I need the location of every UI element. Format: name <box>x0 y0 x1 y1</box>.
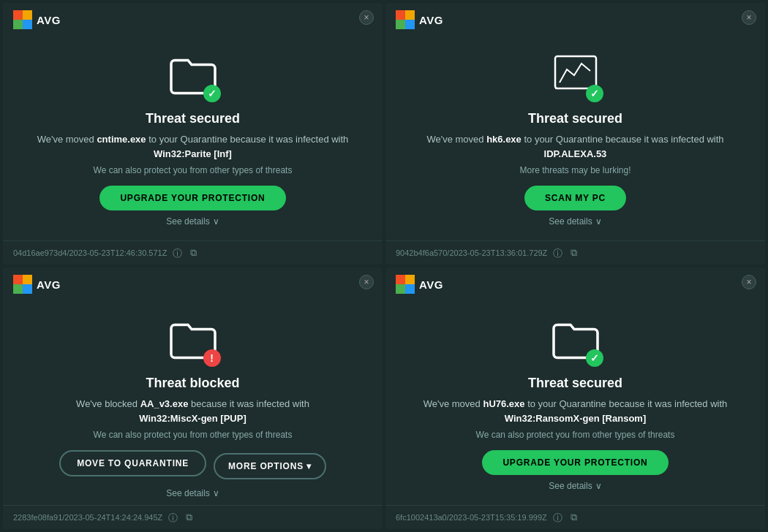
footer-bar: 2283fe08fa91/2023-05-24T14:24:24.945Z ⓘ … <box>3 505 383 529</box>
card-title: Threat secured <box>146 111 240 126</box>
card-desc: We've moved cntime.exe to your Quarantin… <box>37 132 349 161</box>
close-button[interactable]: × <box>742 10 756 25</box>
card-sub: We can also protect you from other types… <box>94 165 293 175</box>
svg-rect-3 <box>23 20 32 29</box>
info-icon[interactable]: ⓘ <box>553 512 565 523</box>
svg-rect-6 <box>396 20 405 29</box>
chevron-down-icon: ▾ <box>306 461 312 471</box>
svg-rect-1 <box>23 10 32 20</box>
folder-icon: ✓ <box>164 45 222 104</box>
card-1: AVG × ✓Threat secured We've moved cntime… <box>3 3 383 265</box>
primary-button[interactable]: SCAN MY PC <box>524 186 626 210</box>
chevron-down-icon: ∨ <box>213 216 219 227</box>
svg-rect-2 <box>13 20 23 29</box>
card-sub: More threats may be lurking! <box>519 165 630 175</box>
see-details-label: See details <box>166 216 209 227</box>
primary-button[interactable]: UPGRADE YOUR PROTECTION <box>482 450 668 475</box>
close-button[interactable]: × <box>742 275 756 289</box>
card-desc: We've moved hk6.exe to your Quarantine b… <box>426 132 723 161</box>
see-details-label: See details <box>549 481 592 491</box>
copy-icon[interactable]: ⧉ <box>186 512 197 523</box>
chevron-down-icon: ∨ <box>213 488 219 498</box>
badge-green: ✓ <box>203 85 221 102</box>
threat-file: cntime.exe <box>97 134 146 145</box>
chevron-down-icon: ∨ <box>595 216 602 227</box>
copy-icon[interactable]: ⧉ <box>190 247 202 259</box>
more-options-button[interactable]: MORE OPTIONS ▾ <box>214 453 326 479</box>
primary-button[interactable]: UPGRADE YOUR PROTECTION <box>99 186 285 210</box>
svg-rect-0 <box>13 10 23 20</box>
see-details-label: See details <box>166 488 209 498</box>
chart-icon: ✓ <box>546 45 605 104</box>
svg-rect-16 <box>396 284 405 294</box>
footer-bar: 6fc1002413a0/2023-05-23T15:35:19.999Z ⓘ … <box>385 505 765 529</box>
footer-id: 04d16ae973d4/2023-05-23T12:46:30.571Z <box>13 248 167 257</box>
svg-rect-14 <box>396 275 405 284</box>
card-title: Threat secured <box>528 111 622 126</box>
svg-rect-5 <box>405 10 415 20</box>
copy-icon[interactable]: ⧉ <box>571 512 582 523</box>
button-row: MOVE TO QUARANTINE MORE OPTIONS ▾ <box>59 450 326 482</box>
card-title: Threat blocked <box>146 376 239 391</box>
badge-green: ✓ <box>586 85 603 102</box>
close-button[interactable]: × <box>359 275 374 289</box>
card-2: AVG × ✓Threat secured We've moved hk6.ex… <box>385 3 765 265</box>
info-icon[interactable]: ⓘ <box>553 247 565 259</box>
svg-rect-4 <box>396 10 405 20</box>
copy-icon[interactable]: ⧉ <box>571 247 582 259</box>
info-icon[interactable]: ⓘ <box>168 512 180 523</box>
threat-file: hk6.exe <box>486 134 522 145</box>
badge-green: ✓ <box>586 349 603 367</box>
card-3: AVG × !Threat blocked We've blocked AA_v… <box>3 267 383 529</box>
svg-rect-13 <box>23 284 32 294</box>
threat-file: AA_v3.exe <box>140 398 189 409</box>
svg-rect-17 <box>405 284 415 294</box>
threat-name: Win32:MiscX-gen [PUP] <box>139 413 246 424</box>
folder-icon: ✓ <box>546 310 605 368</box>
info-icon[interactable]: ⓘ <box>173 247 184 259</box>
card-4: AVG × ✓Threat secured We've moved hU76.e… <box>385 267 765 529</box>
card-title: Threat secured <box>528 376 622 391</box>
avg-logo: AVG <box>396 275 443 294</box>
avg-logo: AVG <box>13 275 61 294</box>
avg-logo-text: AVG <box>419 278 443 291</box>
quarantine-button[interactable]: MOVE TO QUARANTINE <box>59 450 206 476</box>
card-sub: We can also protect you from other types… <box>476 430 675 440</box>
svg-rect-15 <box>405 275 415 284</box>
footer-id: 9042b4f6a570/2023-05-23T13:36:01.729Z <box>396 248 547 257</box>
avg-logo: AVG <box>396 10 443 29</box>
footer-bar: 9042b4f6a570/2023-05-23T13:36:01.729Z ⓘ … <box>385 240 765 265</box>
see-details[interactable]: See details ∨ <box>549 481 601 491</box>
footer-id: 6fc1002413a0/2023-05-23T15:35:19.999Z <box>396 513 547 522</box>
avg-logo-text: AVG <box>37 278 61 291</box>
see-details[interactable]: See details ∨ <box>166 216 219 227</box>
avg-logo-text: AVG <box>37 14 61 26</box>
avg-logo: AVG <box>13 10 61 29</box>
close-button[interactable]: × <box>359 10 374 25</box>
svg-rect-12 <box>13 284 23 294</box>
threat-name: Win32:RansomX-gen [Ransom] <box>505 413 646 424</box>
threat-file: hU76.exe <box>483 398 524 409</box>
see-details-label: See details <box>549 216 592 227</box>
card-desc: We've blocked AA_v3.exe because it was i… <box>76 397 309 425</box>
avg-logo-text: AVG <box>419 14 443 26</box>
threat-name: Win32:Parite [Inf] <box>154 148 232 159</box>
badge-red: ! <box>203 349 221 367</box>
svg-rect-10 <box>13 275 23 284</box>
card-sub: We can also protect you from other types… <box>94 430 293 440</box>
card-desc: We've moved hU76.exe to your Quarantine … <box>423 397 728 425</box>
threat-name: IDP.ALEXA.53 <box>544 148 607 159</box>
footer-id: 2283fe08fa91/2023-05-24T14:24:24.945Z <box>13 513 162 522</box>
svg-rect-7 <box>405 20 415 29</box>
see-details[interactable]: See details ∨ <box>549 216 601 227</box>
folder-icon: ! <box>164 310 222 368</box>
footer-bar: 04d16ae973d4/2023-05-23T12:46:30.571Z ⓘ … <box>3 240 383 265</box>
see-details[interactable]: See details ∨ <box>166 488 219 498</box>
chevron-down-icon: ∨ <box>595 481 602 491</box>
svg-rect-11 <box>23 275 32 284</box>
